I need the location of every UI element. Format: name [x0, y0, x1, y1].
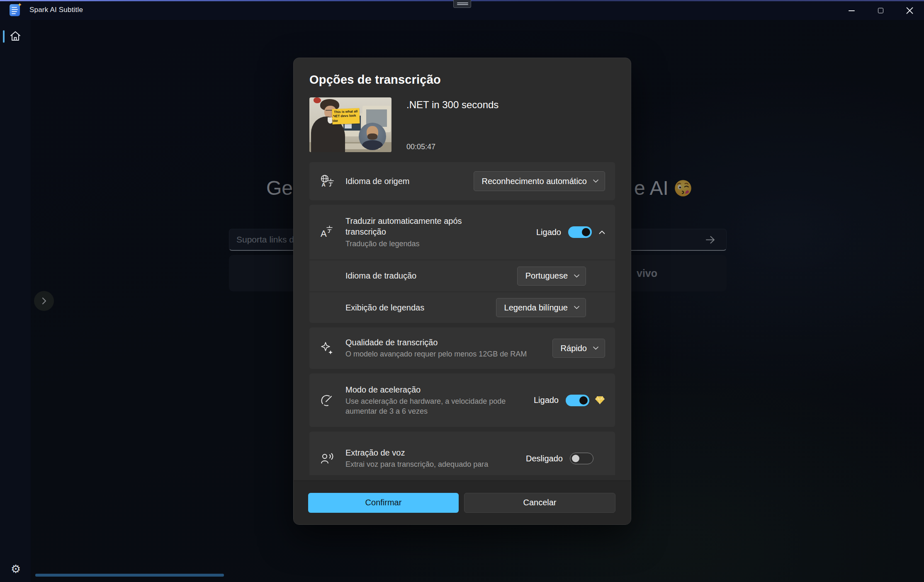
home-icon — [9, 30, 22, 42]
translate-icon: A — [320, 225, 335, 240]
chevron-up-icon — [599, 230, 605, 234]
auto-translate-group: A Traduzir automaticamente após transcri… — [309, 205, 615, 323]
subtitle-display-dropdown[interactable]: Legenda bilíngue — [496, 298, 586, 317]
quality-dropdown[interactable]: Rápido — [552, 339, 605, 358]
minimize-button[interactable] — [837, 1, 866, 20]
translation-language-dropdown[interactable]: Portuguese — [517, 267, 586, 286]
svg-text:A: A — [322, 182, 326, 188]
thumbnail-sticky-note: This is what all .NET devs look like — [332, 108, 360, 124]
svg-text:A: A — [321, 228, 327, 239]
presenter-avatar — [359, 123, 386, 150]
setting-acceleration-mode: Modo de aceleração Use aceleração de har… — [309, 373, 615, 427]
app-window: ✦ Spark AI Subtitle ⚙ — [0, 0, 924, 582]
source-language-dropdown[interactable]: Reconhecimento automático — [474, 171, 605, 191]
auto-translate-toggle[interactable] — [568, 226, 592, 238]
sidebar: ⚙ — [0, 20, 31, 582]
video-thumbnail: This is what all .NET devs look like — [309, 97, 391, 152]
setting-auto-translate: A Traduzir automaticamente após transcri… — [309, 205, 615, 259]
gear-icon: ⚙ — [11, 563, 21, 575]
setting-sublabel: Tradução de legendas — [345, 239, 536, 249]
setting-label: Idioma de tradução — [345, 270, 517, 281]
active-nav-indicator — [3, 30, 5, 43]
minimize-icon — [849, 10, 855, 11]
premium-gem-icon — [595, 395, 605, 405]
close-icon — [906, 7, 913, 14]
chevron-down-icon — [574, 274, 579, 278]
transcription-options-dialog: Opções de transcrição This is what all — [293, 58, 631, 525]
titlebar: ✦ Spark AI Subtitle — [0, 0, 924, 20]
sparkle-icon: ✦ — [17, 2, 22, 8]
drag-handle[interactable] — [453, 0, 471, 8]
toggle-state-label: Ligado — [536, 228, 561, 237]
sidebar-item-home[interactable] — [9, 30, 22, 43]
maximize-button[interactable] — [866, 1, 895, 20]
setting-source-language: A Idioma de origem Reconhecimento automá… — [309, 162, 615, 200]
setting-label: Exibição de legendas — [345, 302, 496, 313]
toggle-state-label: Desligado — [526, 454, 563, 463]
voice-icon — [320, 451, 335, 466]
setting-sublabel: O modelo avançado requer pelo menos 12GB… — [345, 349, 536, 359]
gauge-icon — [320, 393, 335, 407]
setting-label: Qualidade de transcrição — [345, 337, 552, 348]
window-controls — [837, 1, 924, 20]
setting-voice-extraction: Extração de voz Extrai voz para transcri… — [309, 432, 615, 475]
video-summary: This is what all .NET devs look like .NE… — [309, 97, 615, 152]
dialog-title: Opções de transcrição — [309, 73, 615, 87]
setting-label: Modo de aceleração — [345, 384, 534, 395]
sidebar-item-settings[interactable]: ⚙ — [8, 561, 23, 576]
close-button[interactable] — [895, 1, 924, 20]
video-duration: 00:05:47 — [406, 143, 498, 151]
dialog-footer: Confirmar Cancelar — [294, 480, 631, 524]
chevron-down-icon — [574, 306, 579, 309]
setting-sublabel: Extrai voz para transcrição, adequado pa… — [345, 460, 524, 470]
collapse-button[interactable] — [599, 230, 605, 234]
chevron-down-icon — [593, 179, 598, 183]
setting-label: Idioma de origem — [345, 176, 474, 187]
setting-label: Traduzir automaticamente após transcriçã… — [345, 216, 482, 238]
setting-sublabel: Use aceleração de hardware, a velocidade… — [345, 397, 520, 417]
setting-subtitle-display: Exibição de legendas Legenda bilíngue — [309, 292, 615, 323]
maximize-icon — [878, 8, 883, 13]
voice-extraction-toggle[interactable] — [570, 453, 593, 464]
video-title: .NET in 300 seconds — [406, 99, 498, 111]
cancel-button[interactable]: Cancelar — [464, 493, 615, 513]
toggle-state-label: Ligado — [534, 395, 559, 405]
globe-translate-icon: A — [320, 174, 335, 189]
sparkles-icon — [320, 341, 335, 355]
app-logo-icon: ✦ — [10, 4, 20, 16]
setting-transcription-quality: Qualidade de transcrição O modelo avança… — [309, 327, 615, 369]
chevron-down-icon — [593, 347, 598, 350]
settings-list: A Idioma de origem Reconhecimento automá… — [309, 162, 615, 475]
acceleration-toggle[interactable] — [566, 395, 589, 406]
app-title: Spark AI Subtitle — [29, 6, 83, 14]
setting-label: Extração de voz — [345, 447, 526, 458]
setting-translation-language: Idioma de tradução Portuguese — [309, 260, 615, 291]
confirm-button[interactable]: Confirmar — [308, 493, 459, 513]
